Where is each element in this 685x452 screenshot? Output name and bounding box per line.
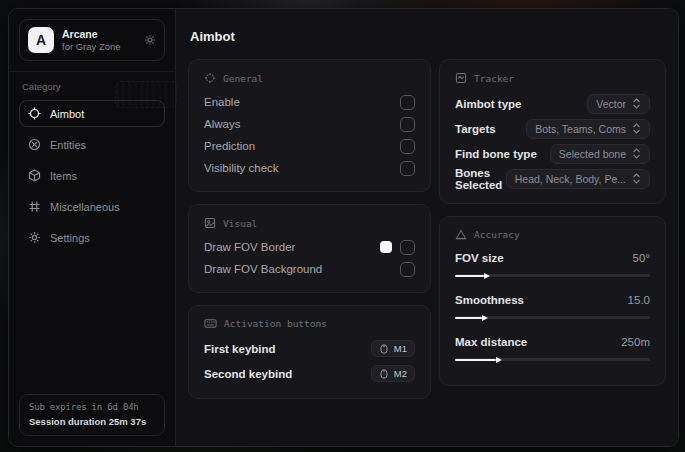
sidebar-item-miscellaneous[interactable]: Miscellaneous [19, 193, 165, 220]
keybind-value: M2 [394, 368, 407, 379]
prediction-checkbox[interactable] [400, 139, 415, 154]
select-value: Selected bone [559, 148, 626, 160]
draw-fov-background-checkbox[interactable] [400, 262, 415, 277]
slider-fill [455, 359, 496, 361]
sidebar-item-label: Miscellaneous [50, 201, 120, 213]
crosshair-icon [28, 107, 41, 120]
setting-row: Smoothness 15.0 [455, 289, 650, 311]
package-icon [28, 169, 41, 182]
smoothness-slider[interactable] [455, 313, 650, 322]
tracker-card-header: Tracker [455, 72, 650, 84]
sidebar-item-items[interactable]: Items [19, 162, 165, 189]
sidebar-item-label: Entities [50, 139, 86, 151]
app-titles: Arcane for Gray Zone [62, 28, 136, 53]
find-bone-type-select[interactable]: Selected bone [550, 144, 650, 164]
visibility-check-checkbox[interactable] [400, 161, 415, 176]
setting-row: Max distance 250m [455, 331, 650, 353]
setting-row: FOV size 50° [455, 247, 650, 269]
chevrons-up-down-icon [632, 148, 641, 159]
card-header-label: Visual [223, 218, 257, 229]
sidebar-item-settings[interactable]: Settings [19, 224, 165, 251]
crosshair-dotted-icon [204, 72, 216, 84]
targets-select[interactable]: Bots, Teams, Coms [526, 119, 650, 139]
gear-icon[interactable] [144, 34, 156, 46]
activation-buttons-card: Activation buttons First keybind M1 [188, 305, 431, 399]
keybind-value: M1 [394, 343, 407, 354]
tracker-card: Tracker Aimbot type Vector [439, 59, 666, 204]
entities-icon [28, 138, 41, 151]
subscription-info: Sub expires in 6d 04h Session duration 2… [19, 394, 165, 436]
accuracy-card: Accuracy FOV size 50° Smoothness 15.0 [439, 216, 666, 386]
max-distance-slider[interactable] [455, 355, 650, 364]
sidebar-item-label: Settings [50, 232, 90, 244]
activity-icon [455, 72, 467, 84]
chevrons-up-down-icon [632, 123, 641, 134]
mouse-icon [379, 344, 389, 354]
setting-row: Prediction [204, 135, 415, 157]
setting-row: Bones Selected Head, Neck, Body, Pe... [455, 166, 650, 191]
sidebar-divider [9, 71, 175, 72]
general-card: General Enable Always Prediction [188, 59, 431, 192]
card-header-label: General [223, 73, 263, 84]
setting-row: First keybind M1 [204, 336, 415, 361]
keyboard-icon [204, 318, 217, 329]
card-header-label: Accuracy [474, 229, 520, 240]
misc-icon [28, 200, 41, 213]
fov-size-slider[interactable] [455, 271, 650, 280]
main-panel: Aimbot General Enable [176, 9, 678, 446]
setting-row: Visibility check [204, 157, 415, 179]
select-value: Head, Neck, Body, Pe... [515, 173, 626, 185]
sidebar: A Arcane for Gray Zone Category Aim [9, 9, 176, 446]
second-keybind-button[interactable]: M2 [371, 365, 415, 382]
fov-size-value: 50° [633, 252, 650, 264]
app-logo: A [28, 27, 54, 53]
session-duration-text: Session duration 25m 37s [29, 416, 155, 427]
setting-row: Find bone type Selected bone [455, 141, 650, 166]
slider-fill [455, 317, 482, 319]
setting-row: Draw FOV Border [204, 236, 415, 258]
sidebar-item-label: Aimbot [50, 108, 84, 120]
setting-row: Second keybind M2 [204, 361, 415, 386]
aimbot-type-select[interactable]: Vector [587, 94, 650, 114]
page-title: Aimbot [190, 29, 666, 44]
select-value: Vector [596, 98, 626, 110]
accuracy-card-header: Accuracy [455, 229, 650, 240]
visual-card-header: Visual [204, 217, 415, 229]
sidebar-header: A Arcane for Gray Zone [19, 19, 165, 61]
chevrons-up-down-icon [632, 173, 641, 184]
always-checkbox[interactable] [400, 117, 415, 132]
app-name: Arcane [62, 28, 136, 41]
setting-row: Targets Bots, Teams, Coms [455, 116, 650, 141]
general-card-header: General [204, 72, 415, 84]
setting-row: Enable [204, 91, 415, 113]
enable-checkbox[interactable] [400, 95, 415, 110]
sidebar-item-entities[interactable]: Entities [19, 131, 165, 158]
card-header-label: Tracker [474, 73, 514, 84]
visual-card: Visual Draw FOV Border Draw FOV Backgrou… [188, 204, 431, 293]
setting-row: Aimbot type Vector [455, 91, 650, 116]
slider-fill [455, 275, 484, 277]
app-subtitle: for Gray Zone [62, 41, 136, 52]
bones-selected-select[interactable]: Head, Neck, Body, Pe... [506, 169, 650, 189]
first-keybind-button[interactable]: M1 [371, 340, 415, 357]
card-header-label: Activation buttons [224, 318, 327, 329]
triangle-icon [455, 229, 467, 240]
image-icon [204, 217, 216, 229]
chevrons-up-down-icon [632, 98, 641, 109]
smoothness-value: 15.0 [628, 294, 650, 306]
mouse-icon [379, 369, 389, 379]
app-window: A Arcane for Gray Zone Category Aim [8, 8, 679, 447]
sidebar-item-label: Items [50, 170, 77, 182]
max-distance-value: 250m [621, 336, 650, 348]
sub-expires-text: Sub expires in 6d 04h [29, 402, 155, 412]
gear-icon [28, 231, 41, 244]
setting-row: Always [204, 113, 415, 135]
watermark [115, 81, 177, 108]
setting-row: Draw FOV Background [204, 258, 415, 280]
activation-card-header: Activation buttons [204, 318, 415, 329]
draw-fov-border-checkbox[interactable] [400, 240, 415, 255]
fov-border-color-swatch[interactable] [380, 241, 392, 253]
select-value: Bots, Teams, Coms [535, 123, 626, 135]
